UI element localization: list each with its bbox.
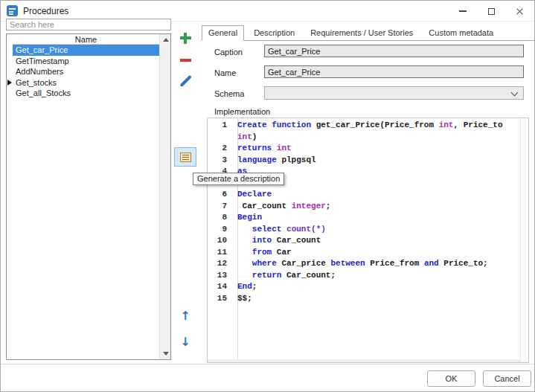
code-text: int) [233, 132, 257, 144]
move-up-button[interactable]: ↑ [174, 306, 196, 327]
document-icon [180, 152, 191, 162]
scroll-down-button[interactable] [160, 348, 171, 359]
code-rows: 1Create function get_car_Price(Price_fro… [208, 120, 519, 304]
line-number: 15 [208, 293, 233, 305]
line-number: 2 [208, 143, 233, 155]
arrow-up-icon: ↑ [180, 310, 190, 322]
caption-label: Caption [214, 48, 243, 57]
code-row: 10 into Car_count [208, 235, 519, 247]
editor-horizontal-scrollbar[interactable] [208, 359, 520, 362]
list-scrollbar[interactable] [159, 34, 170, 359]
list-header-name: Name [13, 34, 159, 45]
code-row: 8Begin [208, 212, 519, 224]
code-row: 9 select count(*) [208, 224, 519, 236]
name-label: Name [214, 68, 236, 77]
implementation-label: Implementation [214, 107, 270, 116]
scroll-up-icon [163, 38, 169, 42]
code-row: 1Create function get_car_Price(Price_fro… [208, 120, 519, 132]
caption-field[interactable] [264, 45, 524, 57]
line-number [208, 132, 233, 144]
schema-label: Schema [214, 89, 244, 98]
code-text: language plpgsql [233, 155, 316, 167]
code-text: into Car_count [233, 235, 321, 247]
code-row: 14End; [208, 281, 519, 293]
code-text: Declare [233, 189, 272, 201]
remove-procedure-button[interactable] [174, 50, 196, 71]
pencil-icon [179, 75, 191, 87]
line-number: 6 [208, 189, 233, 201]
line-number: 14 [208, 281, 233, 293]
code-text: Create function get_car_Price(Price_from… [233, 120, 503, 132]
app-icon [7, 5, 18, 16]
code-row: 12 where Car_price between Price_from an… [208, 258, 519, 270]
scroll-up-button[interactable] [160, 34, 171, 45]
plus-icon [180, 33, 191, 44]
code-text: where Car_price between Price_from and P… [233, 258, 488, 270]
line-number: 3 [208, 155, 233, 167]
procedures-list[interactable]: Name Get_car_PriceGetTimestampAddNumbers… [6, 33, 171, 360]
editor-vertical-scrollbar[interactable] [520, 118, 528, 362]
tabstrip: GeneralDescriptionRequirements / User St… [202, 25, 534, 41]
add-procedure-button[interactable] [174, 28, 196, 48]
scroll-down-icon [163, 352, 169, 356]
code-row: 7 Car_count integer; [208, 201, 519, 213]
code-text: Car_count integer; [233, 201, 330, 213]
list-item[interactable]: GetTimestamp [13, 56, 159, 67]
line-number: 11 [208, 247, 233, 259]
line-number: 10 [208, 235, 233, 247]
window-title: Procedures [23, 6, 68, 16]
list-item[interactable]: Get_car_Price [13, 45, 159, 56]
list-rows: Get_car_PriceGetTimestampAddNumbersGet_s… [13, 45, 159, 99]
tab-custom-metadata[interactable]: Custom metadata [423, 26, 499, 40]
line-number: 1 [208, 120, 233, 132]
tab-general[interactable]: General [202, 25, 244, 41]
minimize-icon [459, 10, 467, 12]
code-text: from Car [233, 247, 292, 259]
implementation-editor[interactable]: 1Create function get_car_Price(Price_fro… [207, 118, 529, 363]
code-text: Begin [233, 212, 262, 224]
generate-description-button[interactable] [174, 147, 196, 167]
selected-row-marker [7, 80, 12, 86]
ok-button[interactable]: OK [427, 370, 475, 387]
name-field[interactable] [264, 65, 524, 78]
code-row: 11 from Car [208, 247, 519, 259]
close-button[interactable] [506, 1, 533, 22]
code-text: returns int [233, 143, 292, 155]
line-number: 7 [208, 201, 233, 213]
maximize-icon [488, 8, 495, 15]
list-item[interactable]: AddNumbers [13, 66, 159, 77]
code-text: End; [233, 281, 257, 293]
line-number: 12 [208, 258, 233, 270]
footer: OK Cancel [1, 364, 534, 391]
code-text: select count(*) [233, 224, 326, 236]
code-row: 3language plpgsql [208, 155, 519, 167]
maximize-button[interactable] [478, 1, 504, 22]
close-icon [516, 7, 524, 16]
code-row: int) [208, 132, 519, 144]
code-row: 2returns int [208, 143, 519, 155]
code-row: 15$$; [208, 293, 519, 305]
code-text: $$; [233, 293, 252, 305]
tooltip-generate-description: Generate a description [193, 173, 284, 185]
edit-procedure-button[interactable] [174, 71, 196, 91]
minimize-button[interactable] [449, 1, 476, 22]
code-text: return Car_count; [233, 270, 336, 282]
tab-requirements-user-stories[interactable]: Requirements / User Stories [304, 26, 419, 40]
line-number: 8 [208, 212, 233, 224]
line-number: 9 [208, 224, 233, 236]
chevron-down-icon [511, 89, 519, 97]
schema-dropdown[interactable] [264, 86, 524, 100]
list-item[interactable]: Get_stocks [13, 77, 159, 89]
code-row: 6Declare [208, 189, 519, 201]
arrow-down-icon: ↓ [180, 336, 190, 348]
code-row: 13 return Car_count; [208, 270, 519, 282]
search-input[interactable] [6, 19, 171, 30]
tab-description[interactable]: Description [248, 26, 301, 40]
cancel-button[interactable]: Cancel [483, 370, 531, 387]
minus-icon [180, 59, 191, 62]
line-number: 13 [208, 270, 233, 282]
procedures-dialog: Procedures Name Get_car_PriceGetTimestam… [0, 0, 535, 392]
move-down-button[interactable]: ↓ [174, 332, 196, 353]
list-item[interactable]: Get_all_Stocks [13, 88, 159, 99]
